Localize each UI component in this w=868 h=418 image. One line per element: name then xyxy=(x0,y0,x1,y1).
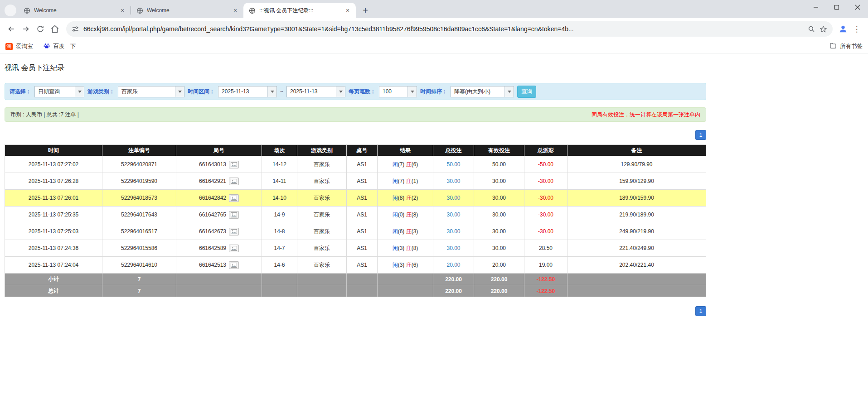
minimize-button[interactable] xyxy=(805,0,826,14)
cell-game-type: 百家乐 xyxy=(297,156,347,173)
table-row[interactable]: 2025-11-13 07:24:36 522964015586 6616425… xyxy=(5,240,706,257)
bookmark-baidu[interactable]: 百度一下 xyxy=(43,42,76,51)
view-roadmap-button[interactable] xyxy=(229,245,239,252)
query-type-value: 日期查询 xyxy=(35,86,75,97)
table-row[interactable]: 2025-11-13 07:27:02 522964020871 6616430… xyxy=(5,156,706,173)
table-row[interactable]: 2025-11-13 07:26:01 522964018573 6616428… xyxy=(5,190,706,207)
total-bet-link[interactable]: 20.00 xyxy=(446,262,460,268)
image-icon xyxy=(231,229,237,234)
view-roadmap-button[interactable] xyxy=(229,228,239,235)
page-size-label: 每页笔数： xyxy=(349,88,376,96)
total-bet-link[interactable]: 30.00 xyxy=(446,228,460,235)
profile-avatar[interactable] xyxy=(836,22,850,36)
cell-note: 189.90/159.90 xyxy=(567,190,706,207)
filter-bar: 请选择： 日期查询 游戏类别： 百家乐 时间区间： 2025-11-13 ~ 2… xyxy=(5,83,706,100)
cell-payout: 19.00 xyxy=(524,257,567,274)
header-note: 备注 xyxy=(567,145,706,156)
close-icon[interactable]: × xyxy=(344,7,351,14)
total-bet-link[interactable]: 30.00 xyxy=(446,211,460,218)
table-row[interactable]: 2025-11-13 07:25:35 522964017643 6616427… xyxy=(5,207,706,223)
chevron-down-icon[interactable] xyxy=(504,86,514,97)
view-roadmap-button[interactable] xyxy=(229,261,239,269)
zoom-icon[interactable] xyxy=(808,25,815,33)
header-table-no: 桌号 xyxy=(347,145,378,156)
cell-round: 661642589 xyxy=(176,240,262,257)
page-1-button[interactable]: 1 xyxy=(695,306,706,316)
chevron-down-icon[interactable] xyxy=(336,86,345,97)
table-row[interactable]: 2025-11-13 07:24:04 522964014610 6616425… xyxy=(5,257,706,274)
cell-bet-id: 522964020871 xyxy=(102,156,176,173)
table-row[interactable]: 2025-11-13 07:25:03 522964016517 6616426… xyxy=(5,223,706,240)
tab-bet-records-active[interactable]: :::视讯 会员下注纪录::: × xyxy=(243,3,356,18)
bookmark-star-icon[interactable] xyxy=(820,25,827,33)
close-icon[interactable]: × xyxy=(232,7,239,14)
view-roadmap-button[interactable] xyxy=(229,161,239,168)
back-button[interactable] xyxy=(5,22,18,36)
bookmark-aitaobao[interactable]: 淘 爱淘宝 xyxy=(5,43,33,50)
table-header-row: 时间 注单编号 局号 场次 游戏类别 桌号 结果 总投注 有效投注 总派彩 备注 xyxy=(5,145,706,156)
home-button[interactable] xyxy=(48,22,62,36)
game-type-select[interactable]: 百家乐 xyxy=(118,86,184,97)
table-row[interactable]: 2025-11-13 07:26:28 522964019590 6616429… xyxy=(5,173,706,190)
currency-total-text: 币别 : 人民币 | 总共 :7 注单 | xyxy=(10,111,79,119)
page-size-value: 100 xyxy=(379,86,407,97)
tab-welcome-2[interactable]: Welcome × xyxy=(131,3,243,18)
cell-payout: -30.00 xyxy=(524,190,567,207)
browser-toolbar: 66cxkj98.com/ipl/portal.php/game/betreco… xyxy=(0,18,868,40)
date-to-picker[interactable]: 2025-11-13 xyxy=(286,86,345,97)
view-roadmap-button[interactable] xyxy=(229,178,239,185)
all-bookmarks-button[interactable]: 所有书签 xyxy=(829,42,863,51)
baidu-paw-icon xyxy=(43,42,50,51)
tab-welcome-1[interactable]: Welcome × xyxy=(18,3,131,18)
browser-menu-icon[interactable]: ⋮ xyxy=(850,22,863,36)
cell-session: 14-11 xyxy=(262,173,297,190)
cell-time: 2025-11-13 07:26:01 xyxy=(5,190,102,207)
game-type-label: 游戏类别： xyxy=(87,88,115,96)
url-text: 66cxkj98.com/ipl/portal.php/game/betreco… xyxy=(83,25,803,33)
view-roadmap-button[interactable] xyxy=(229,194,239,202)
bookmark-label: 百度一下 xyxy=(53,43,76,50)
tab-search-button[interactable] xyxy=(5,5,16,16)
cell-game-type: 百家乐 xyxy=(297,240,347,257)
date-to-value: 2025-11-13 xyxy=(287,86,336,97)
cell-time: 2025-11-13 07:25:35 xyxy=(5,207,102,223)
globe-icon xyxy=(136,7,143,14)
search-button[interactable]: 查询 xyxy=(517,86,536,98)
close-window-button[interactable] xyxy=(847,0,868,14)
total-count: 7 xyxy=(102,285,176,297)
total-bet-link[interactable]: 30.00 xyxy=(446,245,460,251)
total-bet-link[interactable]: 30.00 xyxy=(446,178,460,184)
close-icon[interactable]: × xyxy=(119,7,126,14)
subtotal-total-bet: 220.00 xyxy=(433,274,474,285)
reload-button[interactable] xyxy=(34,22,47,36)
cell-result: 闲(7) 庄(6) xyxy=(378,156,433,173)
page-size-select[interactable]: 100 xyxy=(379,86,417,97)
new-tab-button[interactable]: + xyxy=(359,5,371,16)
view-roadmap-button[interactable] xyxy=(229,211,239,219)
site-settings-icon[interactable] xyxy=(72,25,79,33)
forward-button[interactable] xyxy=(19,22,33,36)
chevron-down-icon[interactable] xyxy=(175,86,184,97)
window-controls xyxy=(805,0,868,14)
date-separator: ~ xyxy=(280,88,283,95)
query-type-select[interactable]: 日期查询 xyxy=(34,86,84,97)
cell-round: 661642765 xyxy=(176,207,262,223)
chevron-down-icon[interactable] xyxy=(267,86,276,97)
chevron-down-icon[interactable] xyxy=(75,86,84,97)
url-bar[interactable]: 66cxkj98.com/ipl/portal.php/game/betreco… xyxy=(66,21,833,37)
total-bet-link[interactable]: 50.00 xyxy=(446,161,460,168)
maximize-button[interactable] xyxy=(826,0,847,14)
cell-round: 661643013 xyxy=(176,156,262,173)
table-summary: 小计 7 220.00 220.00 -122.50 总计 7 220.00 2… xyxy=(5,274,706,297)
bookmark-label: 爱淘宝 xyxy=(16,43,33,50)
sort-order-select[interactable]: 降幂(由大到小) xyxy=(451,86,514,97)
total-bet-link[interactable]: 30.00 xyxy=(446,195,460,201)
cell-game-type: 百家乐 xyxy=(297,190,347,207)
cell-note: 129.90/79.90 xyxy=(567,156,706,173)
date-from-picker[interactable]: 2025-11-13 xyxy=(218,86,277,97)
cell-result: 闲(7) 庄(1) xyxy=(378,173,433,190)
chevron-down-icon[interactable] xyxy=(407,86,417,97)
page-1-button[interactable]: 1 xyxy=(695,130,706,140)
tab-bar: Welcome × Welcome × :::视讯 会员下注纪录::: × + xyxy=(0,0,868,18)
date-from-value: 2025-11-13 xyxy=(218,86,267,97)
